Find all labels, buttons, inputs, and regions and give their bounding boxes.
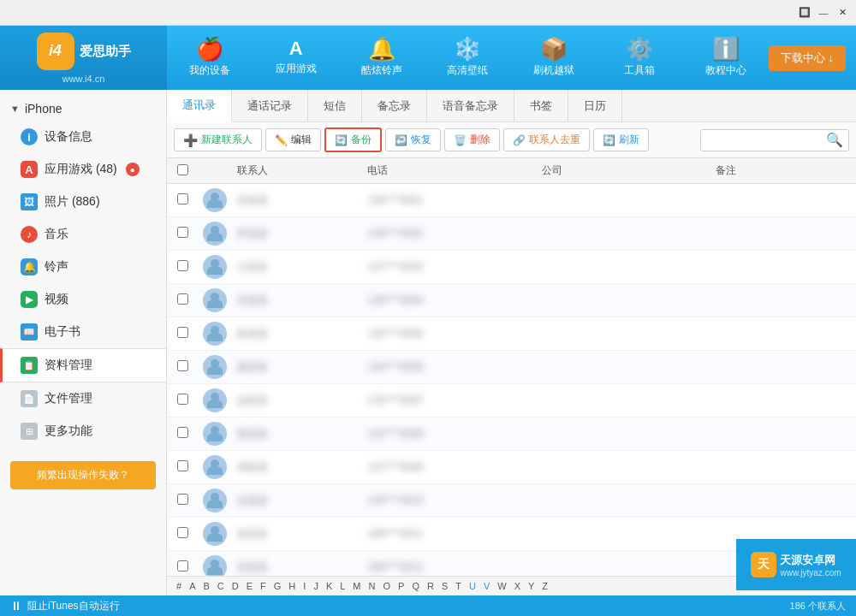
minimize-icon[interactable]: 🔲 bbox=[798, 6, 811, 20]
tab-calendar[interactable]: 日历 bbox=[568, 90, 622, 122]
col-header-check[interactable] bbox=[177, 164, 203, 178]
row-checkbox[interactable] bbox=[177, 327, 203, 341]
row-select[interactable] bbox=[177, 227, 188, 238]
nav-toolbox[interactable]: ⚙️ 工具箱 bbox=[597, 26, 682, 90]
alpha-Z[interactable]: Z bbox=[539, 580, 550, 592]
alpha-G[interactable]: G bbox=[271, 580, 284, 592]
nav-tutorials[interactable]: ℹ️ 教程中心 bbox=[682, 26, 768, 90]
alpha-L[interactable]: L bbox=[337, 580, 348, 592]
nav-jailbreak[interactable]: 📦 刷机越狱 bbox=[511, 26, 597, 90]
alpha-D[interactable]: D bbox=[229, 580, 241, 592]
alpha-C[interactable]: C bbox=[215, 580, 227, 592]
alpha-V[interactable]: V bbox=[481, 580, 492, 592]
delete-button[interactable]: 🗑️ 删除 bbox=[444, 128, 500, 151]
row-select[interactable] bbox=[177, 360, 188, 371]
row-select[interactable] bbox=[177, 460, 188, 471]
row-select[interactable] bbox=[177, 193, 188, 204]
edit-button[interactable]: ✏️ 编辑 bbox=[265, 128, 321, 151]
device-header[interactable]: ▼ iPhone bbox=[0, 97, 166, 121]
select-all-checkbox[interactable] bbox=[177, 164, 188, 175]
alpha-U[interactable]: U bbox=[467, 580, 479, 592]
row-select[interactable] bbox=[177, 427, 188, 438]
row-select[interactable] bbox=[177, 293, 188, 305]
table-row[interactable]: 王某某 137****0003 bbox=[167, 251, 856, 284]
alpha-P[interactable]: P bbox=[395, 580, 407, 592]
sidebar-item-photos[interactable]: 🖼 照片 (886) bbox=[0, 186, 166, 218]
row-checkbox[interactable] bbox=[177, 293, 203, 307]
row-checkbox[interactable] bbox=[177, 494, 203, 507]
row-checkbox[interactable] bbox=[177, 227, 203, 240]
row-select[interactable] bbox=[177, 394, 188, 405]
table-row[interactable]: 陈某某 135****0005 bbox=[167, 317, 856, 351]
sidebar-item-videos[interactable]: ▶ 视频 bbox=[0, 283, 166, 316]
tab-sms[interactable]: 短信 bbox=[308, 90, 362, 122]
alpha-A[interactable]: A bbox=[187, 580, 198, 592]
sidebar-item-ebooks[interactable]: 📖 电子书 bbox=[0, 316, 166, 348]
alpha-K[interactable]: K bbox=[324, 580, 335, 592]
alpha-N[interactable]: N bbox=[366, 580, 378, 592]
alpha-S[interactable]: S bbox=[439, 580, 450, 592]
alpha-T[interactable]: T bbox=[453, 580, 464, 592]
table-row[interactable]: 黄某某 132****0008 bbox=[167, 418, 856, 451]
tab-voice-notes[interactable]: 语音备忘录 bbox=[427, 90, 514, 122]
alpha-Q[interactable]: Q bbox=[409, 580, 422, 592]
row-checkbox[interactable] bbox=[177, 527, 203, 541]
row-checkbox[interactable] bbox=[177, 460, 203, 474]
sidebar-item-file-management[interactable]: 📄 文件管理 bbox=[0, 382, 166, 415]
download-button[interactable]: 下载中心 ↓ bbox=[769, 45, 846, 71]
alpha-X[interactable]: X bbox=[512, 580, 523, 592]
alpha-F[interactable]: F bbox=[258, 580, 269, 592]
nav-ringtone[interactable]: 🔔 酷炫铃声 bbox=[339, 26, 425, 90]
search-input[interactable] bbox=[706, 134, 826, 146]
alpha-E[interactable]: E bbox=[244, 580, 255, 592]
table-row[interactable]: 周某某 131****0009 bbox=[167, 451, 856, 484]
tab-contacts[interactable]: 通讯录 bbox=[167, 90, 232, 122]
alpha-R[interactable]: R bbox=[425, 580, 437, 592]
sidebar-item-ringtones[interactable]: 🔔 铃声 bbox=[0, 251, 166, 283]
row-checkbox[interactable] bbox=[177, 560, 203, 574]
new-contact-button[interactable]: ➕ 新建联系人 bbox=[174, 128, 262, 151]
problem-button[interactable]: 频繁出现操作失败？ bbox=[10, 461, 156, 489]
alpha-H[interactable]: H bbox=[286, 580, 298, 592]
alpha-#[interactable]: # bbox=[174, 580, 184, 592]
table-row[interactable]: 杨某某 134****0006 bbox=[167, 351, 856, 384]
table-row[interactable]: 刘某某 136****0004 bbox=[167, 284, 856, 317]
restore-button[interactable]: ↩️ 恢复 bbox=[385, 128, 441, 151]
row-checkbox[interactable] bbox=[177, 193, 203, 207]
tab-bookmarks[interactable]: 书签 bbox=[514, 90, 568, 122]
row-select[interactable] bbox=[177, 260, 188, 271]
refresh-button[interactable]: 🔄 刷新 bbox=[593, 128, 649, 151]
table-row[interactable]: 李某某 139****0002 bbox=[167, 217, 856, 251]
alpha-B[interactable]: B bbox=[200, 580, 211, 592]
sidebar-item-music[interactable]: ♪ 音乐 bbox=[0, 218, 166, 251]
row-checkbox[interactable] bbox=[177, 360, 203, 374]
alpha-M[interactable]: M bbox=[350, 580, 363, 592]
row-checkbox[interactable] bbox=[177, 260, 203, 274]
nav-wallpaper[interactable]: ❄️ 高清壁纸 bbox=[425, 26, 510, 90]
nav-my-device[interactable]: 🍎 我的设备 bbox=[167, 26, 253, 90]
row-select[interactable] bbox=[177, 527, 188, 538]
alpha-Y[interactable]: Y bbox=[526, 580, 537, 592]
sidebar-item-more-features[interactable]: ⊞ 更多功能 bbox=[0, 415, 166, 447]
table-row[interactable]: 吴某某 130****0010 bbox=[167, 484, 856, 518]
row-checkbox[interactable] bbox=[177, 427, 203, 441]
sidebar-item-data-management[interactable]: 📋 资料管理 bbox=[0, 348, 166, 382]
table-row[interactable]: 张某某 138****0001 bbox=[167, 184, 856, 217]
close-icon[interactable]: ✕ bbox=[835, 6, 849, 20]
backup-button[interactable]: 🔄 备份 bbox=[324, 127, 382, 152]
search-box[interactable]: 🔍 bbox=[700, 129, 849, 151]
alpha-W[interactable]: W bbox=[495, 580, 508, 592]
row-checkbox[interactable] bbox=[177, 394, 203, 407]
table-row[interactable]: 赵某某 133****0007 bbox=[167, 384, 856, 418]
restore-icon[interactable]: — bbox=[817, 6, 830, 20]
row-select[interactable] bbox=[177, 560, 188, 572]
contact-dedup-button[interactable]: 🔗 联系人去重 bbox=[503, 128, 590, 151]
sidebar-item-app-games[interactable]: A 应用游戏 (48) ● bbox=[0, 153, 166, 186]
alpha-I[interactable]: I bbox=[300, 580, 308, 592]
row-select[interactable] bbox=[177, 327, 188, 338]
nav-app-games[interactable]: A 应用游戏 bbox=[253, 26, 338, 90]
alpha-O[interactable]: O bbox=[380, 580, 393, 592]
tab-call-log[interactable]: 通话记录 bbox=[232, 90, 308, 122]
tab-notes[interactable]: 备忘录 bbox=[362, 90, 427, 122]
sidebar-item-device-info[interactable]: i 设备信息 bbox=[0, 121, 166, 153]
